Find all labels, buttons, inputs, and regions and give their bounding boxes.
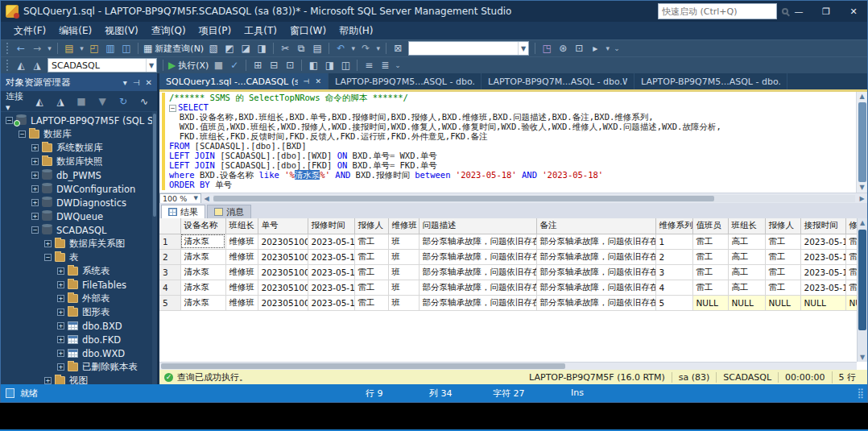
grid-cell[interactable]: NULL — [765, 295, 800, 310]
editor-zoom-select[interactable]: 100 % ▼ — [159, 193, 201, 204]
paste-icon[interactable]: ▤ — [309, 41, 325, 56]
grid-cell[interactable]: 3 — [655, 264, 692, 280]
grid-cell[interactable]: 班 — [388, 249, 419, 264]
expand-icon[interactable]: + — [31, 158, 39, 165]
tree-node-数据库关系图[interactable]: +数据库关系图 — [1, 237, 157, 251]
expand-icon[interactable]: + — [57, 281, 64, 288]
grid-cell[interactable]: 部分泵轴承故障，问题依旧存在 — [419, 249, 536, 264]
grid-cell[interactable]: 5 — [655, 295, 692, 310]
scroll-up-icon[interactable]: ▲ — [859, 92, 864, 102]
grid-scroll-down-icon[interactable]: ▼ — [858, 354, 867, 361]
grid-cell[interactable]: 2023051001 — [258, 234, 308, 249]
column-header-班组长[interactable]: 班组长 — [225, 218, 258, 234]
client-statistics-icon[interactable]: ◨ — [321, 58, 337, 73]
save-icon[interactable]: ▥ — [102, 41, 118, 56]
tree-node-DWConfiguration[interactable]: +DWConfiguration — [1, 182, 157, 196]
tree-node-已删除账本表[interactable]: +已删除账本表 — [1, 360, 157, 374]
grid-cell[interactable]: 高工 — [728, 280, 765, 295]
grid-cell[interactable]: 雷工 — [765, 234, 800, 249]
grid-cell[interactable]: 2 — [655, 249, 692, 264]
grid-cell[interactable]: 班 — [388, 280, 419, 295]
pin-icon[interactable]: ⊣ — [304, 77, 310, 85]
scrollbar-thumb[interactable] — [858, 102, 866, 182]
outline-collapse-icon[interactable]: − — [169, 105, 176, 112]
open-query-icon[interactable]: ▧ — [205, 41, 221, 56]
stop-icon[interactable]: ■ — [73, 94, 89, 109]
undo-icon[interactable]: ↶ — [333, 41, 349, 56]
editor-line-10[interactable]: ORDER BY 单号 — [169, 180, 856, 189]
change-connection-icon[interactable]: ◭ — [13, 58, 29, 73]
grid-cell[interactable]: 班 — [388, 264, 419, 280]
undo-dropdown[interactable]: ▾ — [349, 41, 358, 56]
tree-node-dbo.WXD[interactable]: +dbo.WXD — [1, 346, 157, 360]
editor-line-9[interactable]: where BXD.设备名称 like '%清水泵%' AND BXD.报修时间… — [169, 170, 856, 180]
editor-line-4[interactable]: WXD.值班员,WXD.班组长,WXD.报修人,WXD.接报时间,WXD.修复人… — [169, 122, 856, 131]
grid-corner-cell[interactable] — [159, 218, 180, 234]
expand-icon[interactable]: + — [31, 199, 39, 206]
tree-node-db_PWMS[interactable]: +db_PWMS — [1, 168, 157, 182]
grid-cell[interactable]: 维修班 — [225, 280, 258, 295]
row-number[interactable]: 1 — [159, 234, 180, 249]
xmla-query-icon[interactable]: ◨ — [254, 41, 270, 56]
grid-cell[interactable]: 雷工 — [692, 234, 728, 249]
grid-cell[interactable]: 雷工 — [354, 234, 388, 249]
row-number[interactable]: 3 — [159, 264, 180, 280]
grid-cell[interactable]: 班 — [388, 295, 419, 310]
resize-grip[interactable]: ⣿ — [857, 387, 865, 399]
grid-cell[interactable]: 维修班 — [225, 234, 258, 249]
grid-scroll-up-icon[interactable]: ▲ — [858, 219, 867, 226]
grid-cell[interactable]: 雷工 — [692, 264, 728, 280]
column-header-维修班[interactable]: 维修班 — [388, 218, 419, 234]
grid-cell[interactable]: 部分泵轴承故障，问题依旧存在 — [536, 249, 655, 264]
connect-button[interactable]: 连接 ▾ — [6, 90, 27, 113]
results-grid[interactable]: 设备名称班组长单号报修时间报修人维修班问题描述备注维修系列值班员班组长报修人接报… — [159, 218, 867, 311]
grid-cell[interactable]: 2023-05-10 — [308, 249, 354, 264]
tab-messages[interactable]: 消息 — [207, 205, 251, 218]
grid-cell[interactable]: 清水泵 — [180, 280, 225, 295]
activity-monitor-icon[interactable]: ∿ — [136, 94, 152, 109]
grid-cell[interactable]: 高工 — [728, 234, 765, 249]
grid-cell[interactable]: 雷工 — [354, 280, 388, 295]
tab-results[interactable]: 结果 — [161, 205, 205, 218]
column-header-班组长[interactable]: 班组长 — [728, 218, 765, 234]
grid-cell[interactable]: NULL — [728, 295, 765, 310]
expand-icon[interactable]: + — [31, 185, 39, 193]
tree-node-DWDiagnostics[interactable]: +DWDiagnostics — [1, 196, 157, 209]
expand-icon[interactable]: + — [57, 295, 64, 302]
expand-icon[interactable]: + — [44, 240, 52, 247]
expand-icon[interactable]: + — [31, 144, 39, 151]
command-window-icon[interactable]: ⊡ — [571, 41, 587, 56]
tab-close-icon[interactable]: ✕ — [315, 77, 321, 85]
toolbar2-overflow[interactable]: ⌄ — [393, 58, 403, 73]
tree-node-LAPTOP-BP9Q7M5F (SQL Ser[interactable]: −LAPTOP-BP9Q7M5F (SQL Ser — [1, 114, 157, 127]
hscroll-left-icon[interactable]: ◀ — [201, 195, 212, 202]
grid-cell[interactable]: 2023-05-10 — [308, 264, 354, 280]
column-header-设备名称[interactable]: 设备名称 — [180, 218, 225, 234]
grid-cell[interactable]: 清水泵 — [180, 295, 225, 310]
editor-horizontal-scrollbar[interactable] — [213, 195, 855, 202]
disconnect-connection-icon[interactable]: ◮ — [29, 58, 45, 73]
results-to-text-icon[interactable]: ≡ — [361, 58, 377, 73]
grid-cell[interactable]: 部分泵轴承故障，问题依旧存在 — [536, 264, 655, 280]
document-tab-3[interactable]: LAPTOP-BP9Q7M5...ASQL - dbo.BXD — [634, 73, 787, 89]
grid-cell[interactable]: 2023051002 — [258, 249, 308, 264]
column-header-值班员[interactable]: 值班员 — [692, 218, 728, 234]
tree-node-SCADASQL[interactable]: −SCADASQL — [1, 223, 157, 237]
expand-icon[interactable]: + — [57, 322, 64, 329]
tree-node-系统数据库[interactable]: +系统数据库 — [1, 141, 157, 155]
grid-cell[interactable]: 雷工 — [354, 295, 388, 310]
toolbar1-overflow[interactable]: ⌄ — [612, 41, 622, 56]
grid-cell[interactable]: 2023051005 — [258, 295, 308, 310]
menu-item-0[interactable]: 文件(F) — [7, 23, 52, 39]
connect-object-icon[interactable]: ◭ — [31, 94, 48, 109]
menu-item-6[interactable]: 窗口(W) — [283, 23, 333, 39]
tools-icon[interactable]: ⊛ — [555, 41, 571, 56]
query-options-icon[interactable]: ⊟ — [266, 58, 282, 73]
expand-icon[interactable]: + — [57, 309, 64, 316]
menu-item-2[interactable]: 视图(V) — [98, 23, 145, 39]
menu-item-7[interactable]: 帮助(H) — [333, 23, 379, 39]
available-databases-combo[interactable]: SCADASQL▼ — [48, 58, 157, 73]
grid-cell[interactable]: 2023-05-10 — [308, 280, 354, 295]
refresh-icon[interactable]: ↻ — [115, 94, 131, 109]
quick-launch-box[interactable] — [658, 3, 777, 19]
